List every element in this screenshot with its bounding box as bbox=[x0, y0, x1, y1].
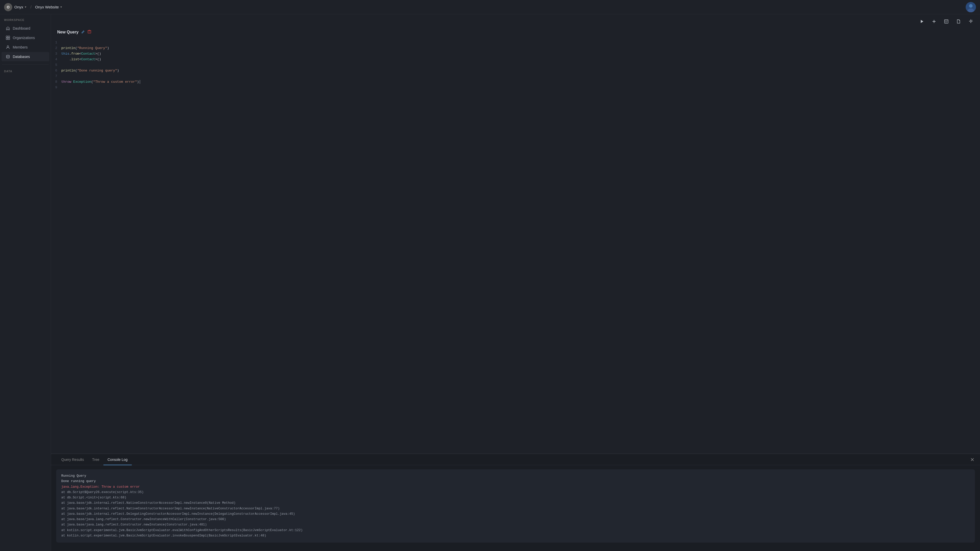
console-line-3: java.lang.Exception: Throw a custom erro… bbox=[61, 484, 970, 490]
console-line-9: at java.base/java.lang.reflect.Construct… bbox=[61, 517, 970, 522]
svg-rect-4 bbox=[8, 36, 10, 38]
code-line-7: 7 bbox=[51, 73, 980, 79]
tab-query-results-label: Query Results bbox=[61, 457, 84, 462]
document-button[interactable] bbox=[955, 18, 963, 25]
topbar-separator: / bbox=[30, 5, 32, 10]
tab-tree-label: Tree bbox=[92, 457, 99, 462]
topbar: O Onyx ▼ / Onyx Website ▼ bbox=[0, 0, 980, 14]
magic-button[interactable] bbox=[967, 18, 975, 25]
console-line-10: at java.base/java.lang.reflect.Construct… bbox=[61, 522, 970, 527]
svg-marker-9 bbox=[921, 20, 923, 23]
table-button[interactable] bbox=[942, 18, 950, 25]
org-dropdown[interactable]: Onyx ▼ bbox=[14, 5, 27, 9]
tab-tree[interactable]: Tree bbox=[88, 454, 103, 465]
console-content[interactable]: Running Query Done running query java.la… bbox=[51, 465, 980, 551]
console-line-12: at kotlin.script.experimental.jvm.BasicJ… bbox=[61, 533, 970, 538]
workspace-dropdown[interactable]: Onyx Website ▼ bbox=[35, 5, 62, 9]
members-icon bbox=[6, 45, 10, 49]
sidebar-divider bbox=[2, 64, 49, 65]
members-label: Members bbox=[13, 45, 27, 49]
organizations-icon bbox=[6, 35, 10, 40]
code-line-9: 9 bbox=[51, 85, 980, 91]
console-line-6: at java.base/jdk.internal.reflect.Native… bbox=[61, 500, 970, 506]
code-line-5: 5 bbox=[51, 62, 980, 68]
org-name: Onyx bbox=[14, 5, 23, 9]
svg-point-7 bbox=[7, 46, 9, 47]
dashboard-label: Dashboard bbox=[13, 26, 30, 30]
svg-rect-12 bbox=[945, 20, 948, 23]
tab-console-log[interactable]: Console Log bbox=[103, 454, 132, 465]
svg-rect-5 bbox=[6, 38, 8, 40]
svg-rect-3 bbox=[6, 36, 8, 38]
code-editor[interactable]: 1 2 println("Running Query") 3 this.from… bbox=[51, 38, 980, 454]
workspace-name: Onyx Website bbox=[35, 5, 59, 9]
console-line-2: Done running query bbox=[61, 479, 970, 484]
user-avatar[interactable] bbox=[966, 2, 976, 12]
code-line-6: 6 println("Done running query") bbox=[51, 68, 980, 73]
workspace-section-label: WORKSPACE bbox=[0, 18, 51, 24]
console-box: Running Query Done running query java.la… bbox=[56, 469, 975, 543]
console-line-7: at java.base/jdk.internal.reflect.Native… bbox=[61, 506, 970, 511]
org-caret: ▼ bbox=[24, 6, 27, 8]
console-line-1: Running Query bbox=[61, 473, 970, 479]
code-line-8: 8 throw Exception("Throw a custom error"… bbox=[51, 79, 980, 85]
svg-point-1 bbox=[969, 4, 973, 8]
sidebar-item-members[interactable]: Members bbox=[2, 43, 49, 52]
workspace-caret: ▼ bbox=[60, 6, 62, 8]
organizations-label: Organizations bbox=[13, 36, 35, 40]
svg-rect-6 bbox=[8, 38, 10, 40]
svg-point-15 bbox=[972, 20, 972, 21]
topbar-left: O Onyx ▼ / Onyx Website ▼ bbox=[4, 3, 62, 11]
databases-label: Databases bbox=[13, 55, 30, 59]
sidebar-item-dashboard[interactable]: Dashboard bbox=[2, 24, 49, 33]
tab-query-results[interactable]: Query Results bbox=[57, 454, 88, 465]
bottom-panel: Query Results Tree Console Log Runn bbox=[51, 454, 980, 551]
panel-tabs: Query Results Tree Console Log bbox=[51, 454, 980, 465]
code-line-3: 3 this.from<Contact>() bbox=[51, 51, 980, 57]
databases-icon bbox=[6, 54, 10, 59]
console-line-4: at db.Script$Query26.execute(script.kts:… bbox=[61, 490, 970, 495]
console-line-5: at db.Script.<init>(script.kts:68) bbox=[61, 495, 970, 500]
svg-rect-16 bbox=[88, 31, 91, 33]
panel-close-button[interactable] bbox=[969, 456, 976, 463]
sidebar: WORKSPACE Dashboard Organizations bbox=[0, 14, 51, 551]
run-button[interactable] bbox=[918, 18, 926, 25]
svg-point-8 bbox=[6, 55, 10, 56]
data-section-label: DATA bbox=[0, 68, 51, 74]
org-avatar[interactable]: O bbox=[4, 3, 12, 11]
editor-toolbar bbox=[51, 14, 980, 29]
tab-console-log-label: Console Log bbox=[108, 457, 128, 462]
main-layout: WORKSPACE Dashboard Organizations bbox=[0, 14, 980, 551]
sidebar-item-organizations[interactable]: Organizations bbox=[2, 33, 49, 42]
code-line-2: 2 println("Running Query") bbox=[51, 45, 980, 51]
console-line-8: at java.base/jdk.internal.reflect.Delega… bbox=[61, 511, 970, 517]
code-line-1: 1 bbox=[51, 40, 980, 45]
edit-query-button[interactable] bbox=[81, 30, 85, 35]
query-title: New Query bbox=[57, 30, 79, 35]
add-button[interactable] bbox=[930, 18, 938, 25]
code-line-4: 4 .list<Contact>() bbox=[51, 57, 980, 62]
console-line-11: at kotlin.script.experimental.jvm.BasicJ… bbox=[61, 528, 970, 533]
delete-query-button[interactable] bbox=[88, 30, 91, 35]
sidebar-item-databases[interactable]: Databases bbox=[2, 52, 49, 61]
home-icon bbox=[6, 26, 10, 31]
query-header: New Query bbox=[51, 29, 980, 38]
editor-area: New Query bbox=[51, 14, 980, 454]
content-area: New Query bbox=[51, 14, 980, 551]
